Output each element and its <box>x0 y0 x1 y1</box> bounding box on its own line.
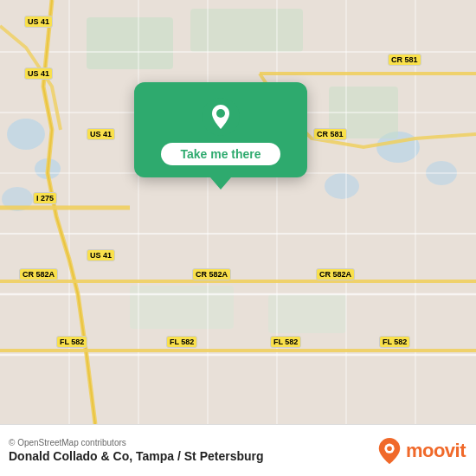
bottom-bar: © OpenStreetMap contributors Donald Coll… <box>0 424 476 476</box>
location-name: Donald Collado & Co, Tampa / St Petersbu… <box>9 449 264 463</box>
road-label-i275: I 275 <box>33 192 57 204</box>
popup-card: Take me there <box>134 82 307 177</box>
svg-rect-10 <box>130 286 234 329</box>
take-me-there-button[interactable]: Take me there <box>161 143 280 165</box>
svg-point-29 <box>216 109 225 118</box>
road-label-us41-mid1: US 41 <box>24 68 53 80</box>
road-label-fl582-4: FL 582 <box>379 336 410 348</box>
moovit-pin-icon <box>378 438 401 464</box>
road-label-fl582-3: FL 582 <box>270 336 301 348</box>
svg-point-6 <box>325 173 359 199</box>
road-label-cr581-top: CR 581 <box>388 54 421 66</box>
road-label-cr582a-left: CR 582A <box>19 268 58 280</box>
moovit-logo: moovit <box>378 438 466 464</box>
road-label-cr581-mid: CR 581 <box>313 128 347 140</box>
map-container: US 41 US 41 US 41 US 41 CR 581 CR 581 I … <box>0 0 476 424</box>
bottom-left-info: © OpenStreetMap contributors Donald Coll… <box>9 438 264 463</box>
svg-rect-7 <box>87 17 173 69</box>
location-pin-icon <box>202 98 240 136</box>
road-label-fl582-1: FL 582 <box>56 336 87 348</box>
svg-rect-11 <box>268 294 346 333</box>
road-label-cr582a-mid: CR 582A <box>192 268 231 280</box>
road-label-us41-top: US 41 <box>24 16 53 28</box>
road-label-fl582-2: FL 582 <box>166 336 197 348</box>
road-label-us41-bot: US 41 <box>87 249 115 261</box>
svg-point-31 <box>387 446 392 451</box>
road-label-us41-mid2: US 41 <box>87 128 115 140</box>
svg-point-1 <box>7 119 45 150</box>
road-label-cr582a-right: CR 582A <box>316 268 355 280</box>
osm-credit: © OpenStreetMap contributors <box>9 438 264 447</box>
moovit-brand-text: moovit <box>406 440 466 462</box>
